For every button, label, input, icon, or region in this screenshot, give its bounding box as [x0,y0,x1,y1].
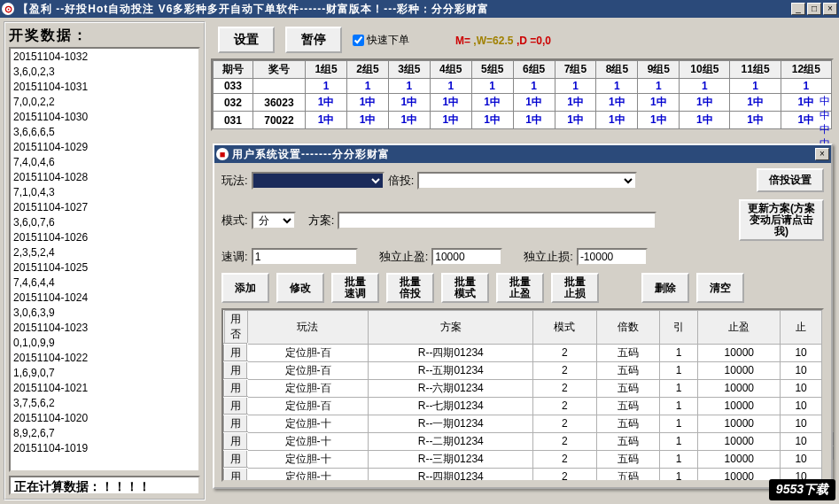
lottery-list-item[interactable]: 20151104-1026 [13,230,196,245]
dlg-action-button[interactable]: 批量 止盈 [496,273,544,303]
plan-col-header: 玩法 [247,311,369,345]
grid-award: 70022 [252,112,305,129]
dlg-action-button[interactable]: 清空 [696,273,744,303]
use-toggle[interactable]: 用 [224,468,247,482]
lottery-list-item[interactable]: 20151104-1022 [13,351,196,366]
pause-button[interactable]: 暂停 [285,27,342,53]
grid-period: 033 [214,79,253,94]
dlg-action-button[interactable]: 删除 [641,273,689,303]
plan-y: 1 [659,415,698,432]
lottery-list-item[interactable]: 7,1,0,4,3 [13,185,196,200]
plan-stopwin: 10000 [698,450,781,468]
lottery-list-item[interactable]: 20151104-1027 [13,200,196,215]
update-plan-button[interactable]: 更新方案(方案变动后请点击我) [739,199,824,241]
user-settings-dialog: ■ 用户系统设置-------分分彩财富 × 玩法: 倍投: 倍投设置 模式: … [213,143,833,489]
mult-select[interactable] [417,172,637,190]
lottery-list-item[interactable]: 20151104-1021 [13,381,196,396]
plan-table[interactable]: 用否玩法方案模式倍数引止盈止用定位胆-百R--四期012342五码1100001… [221,308,824,482]
use-toggle[interactable]: 用 [224,344,247,361]
lottery-list-item[interactable]: 7,4,0,4,6 [13,155,196,170]
plan-play: 定位胆-十 [247,450,369,468]
lottery-list-item[interactable]: 0,1,0,9,9 [13,336,196,351]
lottery-list-item[interactable]: 20151104-1025 [13,260,196,275]
lottery-list-item[interactable]: 20151104-1024 [13,291,196,306]
plan-mode: 2 [533,468,596,482]
lottery-list-item[interactable]: 3,6,6,6,5 [13,125,196,140]
grid-header: 8组5 [596,61,638,79]
fast-order-checkbox[interactable]: 快速下单 [353,33,409,48]
lottery-list-item[interactable]: 20151104-1029 [13,140,196,155]
close-button[interactable]: × [823,3,837,15]
lottery-list-item[interactable]: 7,4,6,4,4 [13,275,196,291]
lottery-listbox[interactable]: 20151104-10323,6,0,2,320151104-10317,0,0… [9,47,200,472]
window-title: 【盈利 --好投Hot自动投注 V6多彩种多开自动下单软件------财富版本！… [18,2,789,17]
plan-mult: 五码 [596,432,659,450]
lottery-list-item[interactable]: 20151104-1028 [13,170,196,185]
plan-mode: 2 [533,361,596,379]
plan-play: 定位胆-十 [247,415,369,432]
lottery-list-item[interactable]: 8,9,2,6,7 [13,426,196,441]
plan-y: 1 [659,432,698,450]
plan-y: 1 [659,344,698,361]
grid-cell: 1中 [430,94,471,112]
grid-cell: 1中 [680,94,730,112]
dlg-action-button[interactable]: 修改 [276,273,324,303]
stop-win-input[interactable] [431,248,502,266]
dialog-close-button[interactable]: × [815,148,829,160]
mult-settings-button[interactable]: 倍投设置 [757,168,824,192]
lottery-list-item[interactable]: 3,6,0,2,3 [13,65,196,80]
stats-text: M= ,W=62.5 ,D =0,0 [455,34,551,47]
plan-mode: 2 [533,344,596,361]
grid-award [252,79,305,94]
grid-cell: 1中 [730,112,781,129]
mode-select[interactable]: 分 [252,212,296,229]
use-toggle[interactable]: 用 [224,379,247,397]
dlg-action-button[interactable]: 批量 止损 [551,273,599,303]
lottery-list-item[interactable]: 2,3,5,2,4 [13,245,196,260]
dlg-action-button[interactable]: 批量 模式 [441,273,489,303]
plan-plan: R--一期01234 [369,415,533,432]
fast-order-input[interactable] [353,35,364,46]
grid-header: 11组5 [730,61,781,79]
settings-button[interactable]: 设置 [218,27,275,53]
minimize-button[interactable]: _ [791,3,805,15]
dialog-icon: ■ [216,148,229,160]
plan-stopwin: 10000 [698,344,781,361]
lottery-list-item[interactable]: 20151104-1031 [13,80,196,95]
lottery-list-item[interactable]: 3,0,6,3,9 [13,306,196,321]
dlg-action-button[interactable]: 批量 倍投 [386,273,434,303]
dlg-action-button[interactable]: 批量 速调 [331,273,379,303]
use-toggle[interactable]: 用 [224,397,247,415]
grid-cell: 1中 [638,112,680,129]
plan-mode: 2 [533,432,596,450]
use-toggle[interactable]: 用 [224,450,247,468]
plan-mult: 五码 [596,344,659,361]
use-toggle[interactable]: 用 [224,361,247,379]
lottery-list-item[interactable]: 3,7,5,6,2 [13,396,196,411]
lottery-list-item[interactable]: 20151104-1023 [13,321,196,336]
lottery-list-item[interactable]: 20151104-1032 [13,50,196,65]
lottery-list-item[interactable]: 20151104-1020 [13,411,196,426]
lottery-list-item[interactable]: 20151104-1019 [13,441,196,456]
dialog-titlebar[interactable]: ■ 用户系统设置-------分分彩财富 × [214,145,831,163]
play-label: 玩法: [221,173,248,189]
dlg-action-button[interactable]: 添加 [221,273,269,303]
lottery-list-item[interactable]: 3,6,0,7,6 [13,215,196,230]
lottery-list-item[interactable]: 7,0,0,2,2 [13,95,196,110]
use-toggle[interactable]: 用 [224,415,247,432]
plan-mode: 2 [533,379,596,397]
plan-mult: 五码 [596,415,659,432]
grid-cell: 1 [555,79,596,94]
plan-y: 1 [659,450,698,468]
speed-input[interactable] [252,248,358,266]
lottery-list-item[interactable]: 20151104-1030 [13,110,196,125]
plan-stopwin: 10000 [698,415,781,432]
play-select[interactable] [252,172,385,190]
maximize-button[interactable]: □ [807,3,821,15]
plan-stoploss: 10 [781,432,822,450]
plan-stoploss: 10 [781,397,822,415]
plan-input[interactable] [338,212,656,229]
lottery-list-item[interactable]: 1,6,9,0,7 [13,366,196,381]
use-toggle[interactable]: 用 [224,432,247,450]
stop-loss-input[interactable] [577,248,648,266]
